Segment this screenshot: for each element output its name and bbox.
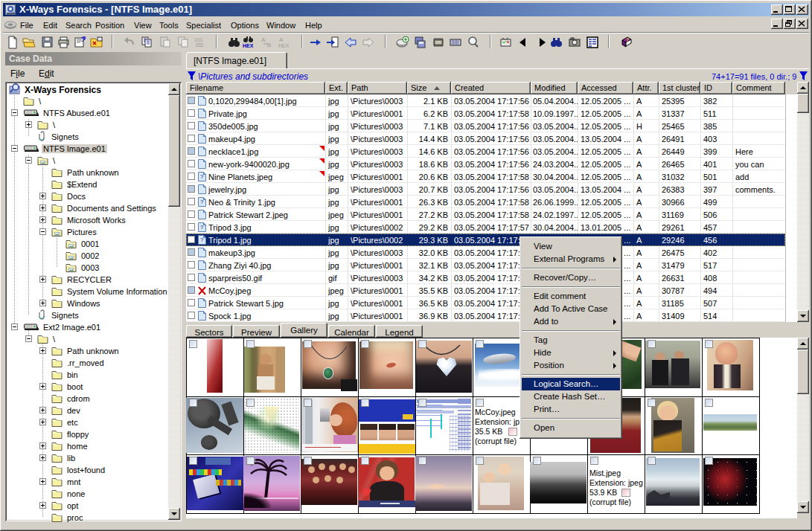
- svg-text:?: ?: [200, 173, 204, 180]
- svg-text:?: ?: [200, 199, 204, 205]
- svg-text:?: ?: [626, 37, 629, 42]
- svg-text:?: ?: [200, 224, 204, 231]
- svg-text:HEX: HEX: [243, 43, 254, 48]
- svg-text:101: 101: [194, 37, 203, 42]
- svg-text:?: ?: [200, 236, 204, 243]
- svg-text:A: A: [261, 36, 266, 43]
- svg-text:HEX: HEX: [278, 43, 290, 48]
- svg-text:B: B: [267, 42, 271, 48]
- svg-text:A: A: [279, 36, 284, 43]
